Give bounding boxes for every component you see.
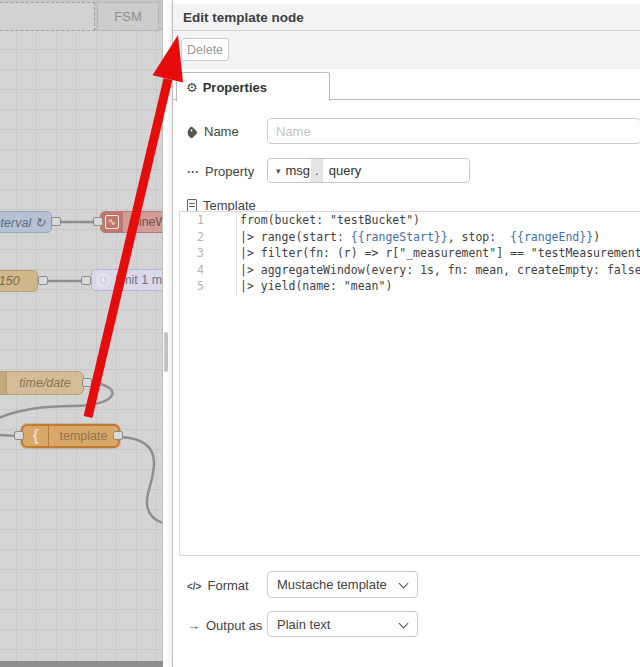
node-time-date[interactable]: f time/date	[0, 371, 84, 395]
node-interval[interactable]: interval ↻	[0, 211, 52, 233]
node-time-date-label: time/date	[7, 376, 83, 390]
edit-tray: Edit template node Delete ⚙Properties Na…	[172, 0, 640, 667]
port-template-in[interactable]	[14, 431, 24, 440]
line-number: 3	[180, 245, 204, 262]
format-select[interactable]: Mustache template	[267, 571, 418, 598]
node-red-app: interval ↻ ∿ sineW s-150 limit 1 ms f ti…	[0, 0, 640, 667]
editor-line: 3|> filter(fn: (r) => r["_measurement"] …	[180, 245, 640, 262]
port-s150-out[interactable]	[38, 276, 48, 285]
node-limit-label: limit 1 ms	[114, 273, 163, 287]
name-input[interactable]	[267, 118, 640, 144]
line-number: 4	[180, 262, 204, 279]
node-sine-wave[interactable]: ∿ sineW	[100, 211, 163, 233]
wire-layer	[0, 0, 163, 667]
workspace-vertical-scrollbar[interactable]	[164, 332, 168, 372]
editor-line: 1from(bucket: "testBucket")	[180, 212, 640, 229]
tray-title: Edit template node	[173, 4, 640, 31]
node-sine-wave-label: sineW	[123, 215, 163, 229]
flow-tab-fsm[interactable]: FSM	[97, 2, 159, 31]
sine-wave-icon: ∿	[101, 212, 123, 232]
node-template[interactable]: { template	[21, 424, 120, 448]
port-limit-in[interactable]	[81, 276, 91, 285]
code-icon: </>	[187, 581, 201, 592]
node-s150[interactable]: s-150	[0, 270, 38, 292]
port-template-out[interactable]	[113, 431, 123, 440]
tag-icon	[185, 126, 198, 139]
output-as-select-value: Plain text	[277, 617, 330, 632]
flow-workspace: interval ↻ ∿ sineW s-150 limit 1 ms f ti…	[0, 0, 163, 667]
gear-icon: ⚙	[186, 80, 198, 95]
output-as-select[interactable]: Plain text	[267, 611, 418, 637]
node-limit[interactable]: limit 1 ms	[91, 269, 163, 291]
port-sine-in[interactable]	[93, 217, 103, 226]
tray-tab-row: ⚙Properties	[173, 69, 640, 100]
format-label: </>Format	[187, 578, 249, 593]
line-number: 5	[180, 278, 204, 295]
chevron-down-icon	[399, 579, 409, 589]
property-label: ···Property	[187, 164, 254, 179]
ellipsis-icon: ···	[187, 165, 199, 179]
delete-button[interactable]: Delete	[181, 38, 229, 61]
line-number: 2	[180, 229, 204, 246]
arrow-right-icon: →	[187, 618, 200, 633]
chevron-down-icon	[399, 619, 409, 629]
template-editor[interactable]: 1from(bucket: "testBucket")2|> range(sta…	[179, 211, 640, 556]
format-select-value: Mustache template	[277, 577, 387, 592]
workspace-bottom-bar	[0, 661, 163, 667]
function-icon: f	[0, 372, 7, 394]
property-type-prefix[interactable]: msg	[286, 163, 311, 178]
flow-tab-bar: FSM	[0, 0, 163, 30]
property-type-separator: .	[311, 159, 323, 182]
node-template-label: template	[49, 429, 118, 443]
flow-tab-partial[interactable]	[0, 2, 95, 31]
brace-icon: {	[23, 426, 49, 446]
port-timedate-out[interactable]	[82, 378, 92, 387]
tab-properties-label: Properties	[203, 80, 267, 95]
clock-icon	[92, 274, 114, 287]
wire-template-out	[120, 437, 163, 524]
line-number: 1	[180, 212, 204, 229]
editor-line: 5|> yield(name: "mean")	[180, 278, 640, 295]
node-interval-label: interval ↻	[0, 215, 51, 230]
template-editor-lines: 1from(bucket: "testBucket")2|> range(sta…	[180, 212, 640, 295]
tab-properties[interactable]: ⚙Properties	[176, 72, 330, 101]
property-value[interactable]: query	[329, 163, 362, 178]
editor-line: 4|> aggregateWindow(every: 1s, fn: mean,…	[180, 262, 640, 279]
property-typed-input[interactable]: ▾ msg . query	[267, 158, 470, 183]
output-as-label: →Output as	[187, 618, 262, 633]
caret-down-icon[interactable]: ▾	[268, 166, 286, 176]
editor-line: 2|> range(start: {{rangeStart}}, stop: {…	[180, 229, 640, 246]
tray-toolbar: Delete	[173, 31, 640, 69]
port-interval-out[interactable]	[51, 217, 61, 226]
name-label: Name	[187, 124, 239, 139]
node-s150-label: s-150	[0, 274, 37, 288]
